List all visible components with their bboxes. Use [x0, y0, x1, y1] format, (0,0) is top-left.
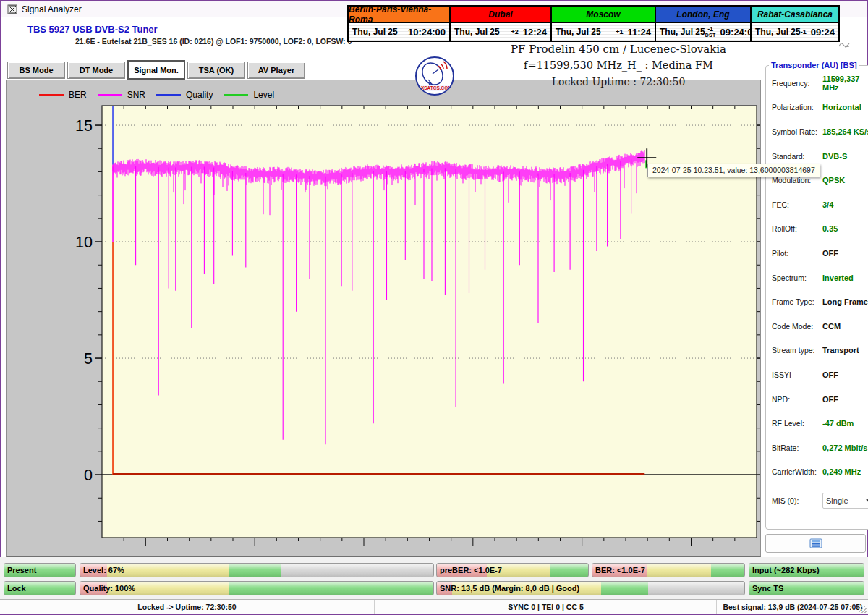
transponder-row-label: RollOff:: [772, 224, 822, 233]
transponder-row-value: -47 dBm: [822, 419, 854, 428]
clock-city-header: London, Eng: [656, 7, 750, 23]
mode-tab[interactable]: BS Mode: [7, 62, 65, 79]
transponder-row-value: Long Frame: [822, 297, 868, 306]
clock-time-row: Thu, Jul 25 +1 11:24: [552, 23, 655, 41]
resize-grip[interactable]: [859, 606, 867, 613]
transponder-row-label: NPD:: [772, 395, 822, 404]
locked-uptime-header: Locked Uptime : 72:30:50: [401, 76, 835, 88]
status-bar: Locked -> Uptime: 72:30:50 SYNC 0 | TEI …: [0, 599, 868, 614]
quality-meter: Quality: 100%: [80, 581, 434, 595]
mis-row: MIS (0): Single: [772, 488, 868, 513]
signal-chart[interactable]: 051015: [7, 80, 760, 556]
tuner-name: TBS 5927 USB DVB-S2 Tuner: [27, 24, 158, 35]
mode-tabs: BS ModeDT ModeSignal Mon.TSA (OK)AV Play…: [7, 62, 305, 80]
ber-meter: BER: <1.0E-7: [592, 563, 745, 577]
transponder-row-label: RF Level:: [772, 419, 822, 428]
transponder-row: FEC: 3/4: [772, 192, 868, 217]
transponder-row-label: FEC:: [772, 200, 822, 209]
clock-time: 10:24:00: [408, 27, 446, 38]
transponder-panel: Transponder (AU) [BS] Frequency: 11599,3…: [765, 61, 868, 530]
transponder-row-value: Transport: [822, 346, 859, 355]
transponder-row: Symbol Rate: 185,264 KS/s: [772, 119, 868, 144]
signal-chart-panel: BER SNR Quality Level 051015: [6, 80, 761, 557]
transponder-row-value: 185,264 KS/s: [822, 127, 868, 136]
clock-column: London, Eng Thu, Jul 25 -1 DST 09:24:00: [656, 7, 752, 41]
logo-text: DXSATCS.COM: [417, 85, 453, 91]
mode-tab[interactable]: DT Mode: [67, 62, 125, 79]
mode-tab[interactable]: TSA (OK): [187, 62, 245, 79]
tuner-info: 21.6E - Eutelsat 21B_SES 16 (ID: 0216) @…: [75, 37, 352, 46]
signal-analyzer-window: Signal Analyzer TBS 5927 USB DVB-S2 Tune…: [0, 0, 868, 615]
clock-city-header: Dubai: [451, 7, 550, 23]
transponder-row-value: QPSK: [822, 176, 845, 184]
status-sync-counters: SYNC 0 | TEI 0 | CC 5: [374, 600, 717, 614]
clock-time-row: Thu, Jul 25 -1 DST 09:24:00: [656, 23, 750, 41]
present-indicator: Present: [4, 563, 76, 577]
status-locked-uptime: Locked -> Uptime: 72:30:50: [0, 600, 374, 614]
clock-date: Thu, Jul 25: [755, 27, 801, 37]
clock-time: 09:24: [811, 27, 835, 38]
transponder-row-value: 3/4: [822, 200, 833, 209]
transponder-row-value: OFF: [822, 370, 838, 379]
svg-text:10: 10: [75, 234, 93, 251]
clock-column: Moscow Thu, Jul 25 +1 11:24: [552, 7, 656, 41]
antenna-location-header: PF Prodelin 450 cm / Lucenec-Slovakia: [401, 43, 835, 56]
lock-indicator: Lock: [4, 581, 76, 595]
transponder-row-value: 0,249 MHz: [822, 467, 861, 476]
clock-time-row: Thu, Jul 25 10:24:00: [349, 23, 449, 41]
transponder-row: NPD: OFF: [772, 387, 868, 412]
transponder-row: Polarization: Horizontal: [772, 96, 868, 120]
transponder-row: RollOff: 0.35: [772, 217, 868, 242]
mode-tab[interactable]: AV Player: [247, 62, 305, 79]
app-icon: [7, 4, 17, 14]
transponder-panel-title: Transponder (AU) [BS]: [769, 61, 859, 69]
preber-meter: preBER: <1.0E-7: [436, 563, 589, 577]
sync-ts-indicator: Sync TS: [749, 581, 864, 595]
mis-select[interactable]: Single: [822, 493, 868, 509]
clock-time: 12:24: [523, 27, 547, 38]
clock-utc-offset: +1: [616, 29, 623, 35]
list-icon: [809, 538, 822, 548]
transponder-row-value: OFF: [822, 395, 838, 404]
clock-column: Rabat-Casablanca Thu, Jul 25 -1 09:24: [752, 7, 838, 41]
clock-date: Thu, Jul 25: [660, 27, 705, 37]
transponder-row-value: CCM: [822, 322, 841, 331]
clock-date: Thu, Jul 25: [352, 27, 398, 37]
transponder-row-label: Code Mode:: [772, 322, 822, 331]
transponder-row-label: Stream type:: [772, 346, 822, 355]
transponder-row-value: Inverted: [822, 273, 854, 282]
clock-utc-offset: +2: [511, 29, 518, 35]
clock-utc-offset: -1 DST: [705, 26, 716, 38]
transponder-row-label: Spectrum:: [772, 273, 822, 282]
transponder-row-value: 0,272 Mbit/s: [822, 444, 867, 452]
clock-time: 11:24: [627, 27, 651, 38]
mode-tab[interactable]: Signal Mon.: [127, 60, 185, 80]
chart-tooltip: 2024-07-25 10.23.51, value: 13,600000381…: [647, 164, 820, 177]
transponder-row: ISSYI OFF: [772, 362, 868, 387]
world-clock-table: Berlin-Paris-Vienna-Roma Thu, Jul 25 10:…: [347, 5, 840, 42]
transponder-row-value: 0.35: [822, 224, 838, 233]
transponder-row-label: Pilot:: [772, 249, 822, 258]
signature-glyph: [838, 40, 851, 48]
window-title: Signal Analyzer: [22, 4, 82, 14]
transponder-row-value: DVB-S: [822, 152, 847, 161]
transponder-row-value: Horizontal: [822, 103, 861, 111]
transponder-row-label: CarrierWidth:: [772, 467, 822, 476]
transponder-rows: Frequency: 11599,337 MHz Polarization: H…: [772, 71, 868, 484]
transponder-row: Frame Type: Long Frame: [772, 289, 868, 314]
transport-list-button[interactable]: [765, 534, 866, 553]
mis-label: MIS (0):: [772, 496, 822, 505]
transponder-row-value: OFF: [822, 249, 838, 258]
status-best-signal: Best signal: 13,9 dB (2024-07-25 07:05): [716, 600, 868, 614]
transponder-row: CarrierWidth: 0,249 MHz: [772, 460, 868, 485]
transponder-row-label: ISSYI: [772, 370, 822, 379]
level-meter: Level: 67%: [80, 563, 434, 577]
clock-column: Berlin-Paris-Vienna-Roma Thu, Jul 25 10:…: [349, 7, 451, 41]
transponder-row: RF Level: -47 dBm: [772, 411, 868, 436]
transponder-row: Code Mode: CCM: [772, 314, 868, 339]
svg-text:15: 15: [75, 117, 93, 135]
clock-city-header: Moscow: [552, 7, 655, 23]
transponder-row: BitRate: 0,272 Mbit/s: [772, 436, 868, 460]
transponder-row: Stream type: Transport: [772, 339, 868, 363]
transponder-row-label: Polarization:: [772, 103, 822, 111]
